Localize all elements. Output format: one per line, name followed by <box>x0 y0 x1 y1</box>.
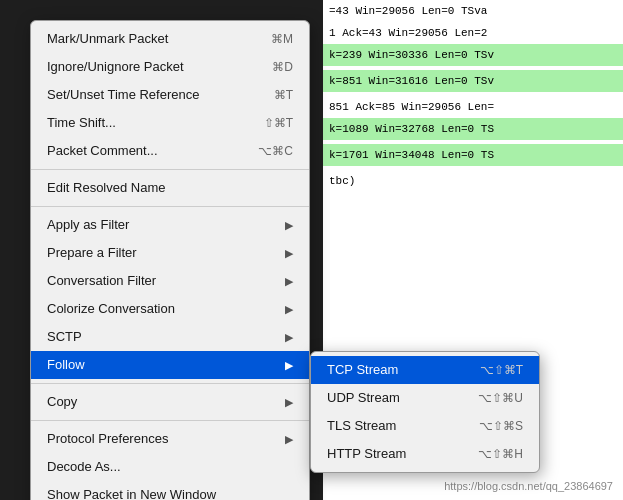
submenu-item-shortcut: ⌥⇧⌘H <box>478 444 523 464</box>
menu-separator <box>31 169 309 170</box>
packet-row: k=851 Win=31616 Len=0 TSv <box>323 70 623 92</box>
menu-item-copy[interactable]: Copy ▶ <box>31 388 309 416</box>
packet-row <box>323 220 623 224</box>
packet-row: =43 Win=29056 Len=0 TSva <box>323 0 623 22</box>
submenu-item-udp-stream[interactable]: UDP Stream ⌥⇧⌘U <box>311 384 539 412</box>
menu-item-apply-filter[interactable]: Apply as Filter ▶ <box>31 211 309 239</box>
submenu-arrow-icon: ▶ <box>285 299 293 319</box>
submenu-item-shortcut: ⌥⇧⌘S <box>479 416 523 436</box>
menu-item-label: Time Shift... <box>47 113 116 133</box>
menu-item-follow[interactable]: Follow ▶ <box>31 351 309 379</box>
menu-item-label: Apply as Filter <box>47 215 129 235</box>
submenu-arrow-icon: ▶ <box>285 327 293 347</box>
menu-item-label: Packet Comment... <box>47 141 158 161</box>
submenu-item-shortcut: ⌥⇧⌘T <box>480 360 523 380</box>
screenshot-container: =43 Win=29056 Len=0 TSva 1 Ack=43 Win=29… <box>0 0 623 500</box>
menu-separator <box>31 420 309 421</box>
menu-separator <box>31 206 309 207</box>
packet-row: 851 Ack=85 Win=29056 Len= <box>323 96 623 118</box>
packet-row: k=239 Win=30336 Len=0 TSv <box>323 44 623 66</box>
submenu-item-label: TCP Stream <box>327 360 398 380</box>
menu-item-edit-resolved-name[interactable]: Edit Resolved Name <box>31 174 309 202</box>
submenu-item-tcp-stream[interactable]: TCP Stream ⌥⇧⌘T <box>311 356 539 384</box>
packet-row: tbc) <box>323 170 623 192</box>
context-menu: Mark/Unmark Packet ⌘M Ignore/Unignore Pa… <box>30 20 310 500</box>
submenu-item-tls-stream[interactable]: TLS Stream ⌥⇧⌘S <box>311 412 539 440</box>
submenu-arrow-icon: ▶ <box>285 429 293 449</box>
menu-item-label: Ignore/Unignore Packet <box>47 57 184 77</box>
menu-item-protocol-preferences[interactable]: Protocol Preferences ▶ <box>31 425 309 453</box>
submenu-item-shortcut: ⌥⇧⌘U <box>478 388 523 408</box>
menu-item-shortcut: ⌘M <box>271 29 293 49</box>
submenu-arrow-icon: ▶ <box>285 243 293 263</box>
menu-item-label: Protocol Preferences <box>47 429 168 449</box>
submenu-item-label: UDP Stream <box>327 388 400 408</box>
packet-row: 1 Ack=43 Win=29056 Len=2 <box>323 22 623 44</box>
submenu-item-label: HTTP Stream <box>327 444 406 464</box>
menu-item-label: Show Packet in New Window <box>47 485 216 500</box>
submenu-arrow-icon: ▶ <box>285 392 293 412</box>
menu-item-label: Set/Unset Time Reference <box>47 85 199 105</box>
url-bar: https://blog.csdn.net/qq_23864697 <box>444 480 613 492</box>
menu-item-label: Conversation Filter <box>47 271 156 291</box>
menu-item-time-reference[interactable]: Set/Unset Time Reference ⌘T <box>31 81 309 109</box>
submenu-item-http-stream[interactable]: HTTP Stream ⌥⇧⌘H <box>311 440 539 468</box>
menu-item-shortcut: ⌘T <box>274 85 293 105</box>
menu-item-mark-packet[interactable]: Mark/Unmark Packet ⌘M <box>31 25 309 53</box>
menu-item-label: Mark/Unmark Packet <box>47 29 168 49</box>
menu-item-shortcut: ⇧⌘T <box>264 113 293 133</box>
menu-separator <box>31 383 309 384</box>
packet-row: k=1701 Win=34048 Len=0 TS <box>323 144 623 166</box>
menu-item-show-packet-new-window[interactable]: Show Packet in New Window <box>31 481 309 500</box>
menu-item-ignore-packet[interactable]: Ignore/Unignore Packet ⌘D <box>31 53 309 81</box>
submenu-arrow-icon: ▶ <box>285 271 293 291</box>
menu-item-decode-as[interactable]: Decode As... <box>31 453 309 481</box>
menu-item-shortcut: ⌘D <box>272 57 293 77</box>
url-text: https://blog.csdn.net/qq_23864697 <box>444 480 613 492</box>
submenu-arrow-icon: ▶ <box>285 215 293 235</box>
menu-item-conversation-filter[interactable]: Conversation Filter ▶ <box>31 267 309 295</box>
submenu-item-label: TLS Stream <box>327 416 396 436</box>
menu-item-label: Decode As... <box>47 457 121 477</box>
menu-item-time-shift[interactable]: Time Shift... ⇧⌘T <box>31 109 309 137</box>
menu-item-packet-comment[interactable]: Packet Comment... ⌥⌘C <box>31 137 309 165</box>
menu-item-colorize-conversation[interactable]: Colorize Conversation ▶ <box>31 295 309 323</box>
menu-item-label: Prepare a Filter <box>47 243 137 263</box>
menu-item-label: Edit Resolved Name <box>47 178 166 198</box>
submenu-arrow-icon: ▶ <box>285 355 293 375</box>
follow-submenu: TCP Stream ⌥⇧⌘T UDP Stream ⌥⇧⌘U TLS Stre… <box>310 351 540 473</box>
menu-item-label: Copy <box>47 392 77 412</box>
packet-row: k=1089 Win=32768 Len=0 TS <box>323 118 623 140</box>
menu-item-label: Colorize Conversation <box>47 299 175 319</box>
menu-item-label: Follow <box>47 355 85 375</box>
menu-item-sctp[interactable]: SCTP ▶ <box>31 323 309 351</box>
menu-item-label: SCTP <box>47 327 82 347</box>
menu-item-prepare-filter[interactable]: Prepare a Filter ▶ <box>31 239 309 267</box>
menu-item-shortcut: ⌥⌘C <box>258 141 293 161</box>
